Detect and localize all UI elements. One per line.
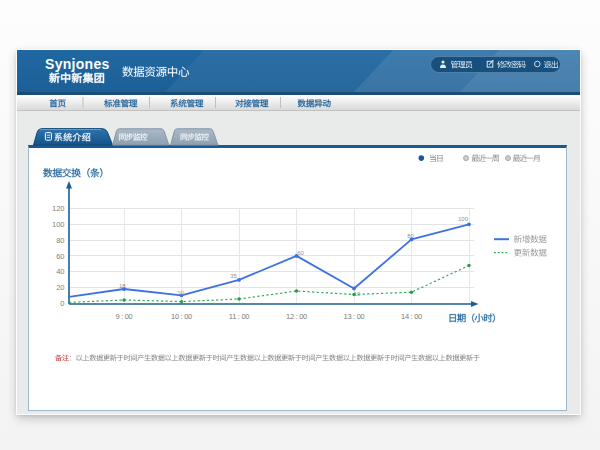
- svg-text:Synjones: Synjones: [45, 56, 110, 72]
- svg-text:60: 60: [56, 252, 64, 261]
- svg-text:10 : 00: 10 : 00: [171, 312, 192, 321]
- svg-text:0: 0: [60, 299, 64, 308]
- svg-text:100: 100: [52, 220, 65, 229]
- svg-text:11 : 00: 11 : 00: [229, 312, 249, 321]
- svg-text:80: 80: [56, 236, 64, 245]
- svg-text:13 : 00: 13 : 00: [344, 312, 365, 321]
- svg-text:12 : 00: 12 : 00: [286, 312, 307, 321]
- svg-text:10: 10: [177, 290, 184, 296]
- svg-text:18: 18: [119, 283, 126, 289]
- svg-text:120: 120: [52, 204, 65, 213]
- svg-text:40: 40: [56, 267, 64, 276]
- svg-text:10: 10: [354, 291, 361, 297]
- svg-text:60: 60: [297, 250, 304, 256]
- svg-text:80: 80: [407, 233, 414, 239]
- svg-text:9 : 00: 9 : 00: [116, 312, 133, 321]
- svg-text:20: 20: [56, 283, 64, 292]
- svg-text:100: 100: [458, 216, 469, 222]
- svg-text:35: 35: [230, 273, 237, 279]
- svg-text:14 : 00: 14 : 00: [401, 312, 422, 321]
